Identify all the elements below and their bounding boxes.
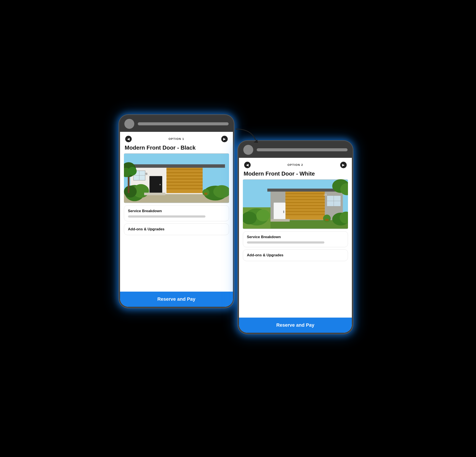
svg-rect-6	[166, 168, 203, 170]
phone-2-prev-arrow[interactable]: ◀	[244, 162, 251, 168]
svg-rect-43	[285, 208, 325, 209]
svg-rect-7	[166, 172, 203, 173]
svg-rect-38	[285, 193, 325, 194]
phone-1-service-breakdown-line	[128, 215, 205, 218]
phone-1-option-nav: ◀ OPTION 1 ▶	[124, 136, 229, 142]
svg-rect-42	[285, 205, 325, 206]
phone-1-top-bar	[119, 115, 234, 132]
arrow-indicator	[234, 127, 260, 144]
svg-point-22	[124, 185, 137, 197]
svg-rect-25	[144, 193, 165, 195]
phone-2-camera	[243, 145, 253, 155]
svg-rect-58	[325, 219, 329, 221]
phone-2-service-breakdown-title: Service Breakdown	[247, 235, 344, 239]
svg-rect-40	[285, 199, 325, 200]
phone-1-option-label: OPTION 1	[169, 137, 184, 141]
svg-point-26	[203, 189, 209, 196]
svg-rect-10	[166, 181, 203, 183]
phone-2-option-nav: ◀ OPTION 2 ▶	[243, 162, 348, 168]
svg-point-31	[128, 167, 136, 175]
svg-rect-11	[166, 185, 203, 186]
phone-1-product-title: Modern Front Door - Black	[124, 144, 229, 151]
phone-1-screen: ◀ OPTION 1 ▶ Modern Front Door - Black	[120, 132, 233, 307]
svg-rect-9	[166, 178, 203, 180]
phone-1-prev-arrow[interactable]: ◀	[125, 136, 132, 142]
phone-2-product-image: 28	[243, 179, 348, 229]
svg-rect-41	[285, 202, 325, 203]
svg-rect-12	[166, 188, 203, 189]
phone-1-reserve-button[interactable]: Reserve and Pay	[120, 292, 233, 307]
svg-marker-0	[254, 140, 258, 143]
phone-1-product-image: 28	[124, 153, 229, 203]
svg-rect-13	[127, 164, 225, 168]
svg-point-15	[159, 184, 161, 185]
phone-2-service-breakdown-line	[247, 241, 324, 244]
svg-point-57	[323, 215, 331, 222]
phone-2-addons-card[interactable]: Add-ons & Upgrades	[243, 249, 348, 261]
phone-1-service-breakdown-card[interactable]: Service Breakdown	[124, 205, 229, 221]
svg-rect-39	[285, 196, 325, 197]
svg-rect-8	[166, 175, 203, 177]
svg-text:28: 28	[323, 193, 327, 196]
svg-rect-44	[285, 211, 325, 212]
phone-1-content: ◀ OPTION 1 ▶ Modern Front Door - Black	[120, 132, 233, 292]
phone-2-product-title: Modern Front Door - White	[243, 170, 348, 177]
svg-rect-45	[285, 214, 325, 215]
phone-1-next-arrow[interactable]: ▶	[221, 136, 228, 142]
phone-2-reserve-button[interactable]: Reserve and Pay	[239, 317, 352, 333]
phone-2-status-bar	[257, 148, 348, 151]
phone-2: ◀ OPTION 2 ▶ Modern Front Door - White	[238, 141, 353, 334]
phone-1-service-breakdown-title: Service Breakdown	[128, 209, 225, 213]
phone-2-service-breakdown-card[interactable]: Service Breakdown	[243, 231, 348, 247]
svg-rect-50	[270, 219, 289, 222]
phone-2-addons-title: Add-ons & Upgrades	[247, 253, 344, 257]
phone-1: ◀ OPTION 1 ▶ Modern Front Door - Black	[119, 115, 234, 308]
phone-2-content: ◀ OPTION 2 ▶ Modern Front Door - White	[239, 158, 352, 317]
scene: ◀ OPTION 1 ▶ Modern Front Door - Black	[119, 115, 357, 342]
phone-1-status-bar	[138, 122, 229, 125]
phone-2-next-arrow[interactable]: ▶	[340, 162, 347, 168]
svg-rect-48	[283, 211, 284, 213]
svg-point-63	[256, 209, 270, 221]
phone-1-addons-title: Add-ons & Upgrades	[128, 227, 225, 231]
phone-1-addons-card[interactable]: Add-ons & Upgrades	[124, 223, 229, 235]
phone-1-camera	[124, 119, 134, 129]
svg-rect-27	[204, 193, 207, 195]
phone-2-option-label: OPTION 2	[287, 163, 303, 167]
phone-2-screen: ◀ OPTION 2 ▶ Modern Front Door - White	[239, 158, 352, 333]
